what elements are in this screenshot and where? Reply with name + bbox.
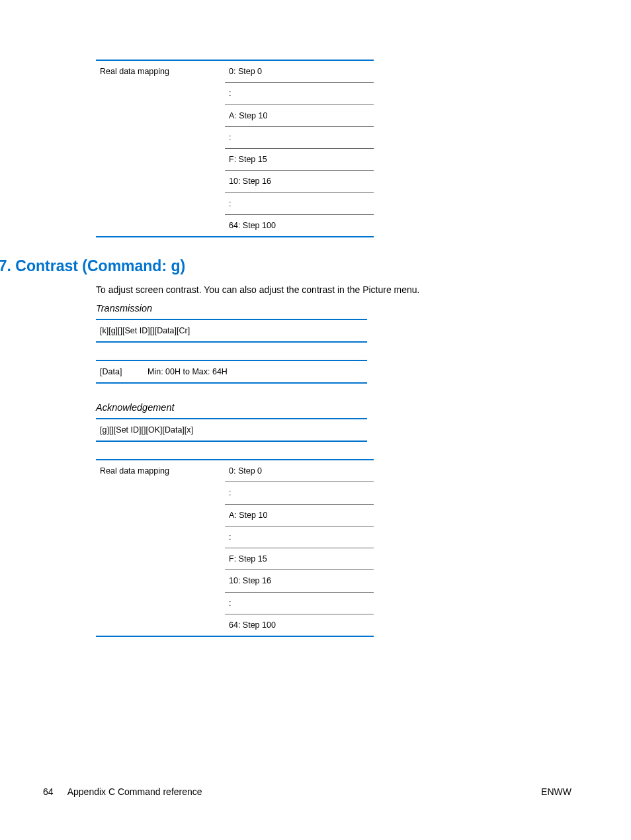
map-val: 0: Step 0	[225, 60, 374, 83]
ack-row: [g][][Set ID][][OK][Data][x]	[96, 419, 367, 441]
map-val: 0: Step 0	[225, 460, 374, 482]
body-text: To adjust screen contrast. You can also …	[96, 284, 571, 295]
transmission-table: [k][g][][Set ID][][Data][Cr]	[96, 319, 367, 343]
section-heading: 07. Contrast (Command: g)	[0, 257, 571, 275]
page-footer: 64 Appendix C Command reference ENWW	[43, 786, 571, 797]
ack-label: Acknowledgement	[96, 402, 571, 413]
transmission-row: [k][g][][Set ID][][Data][Cr]	[96, 319, 367, 342]
map-val: :	[225, 526, 374, 548]
map-val: :	[225, 192, 374, 214]
map-header: Real data mapping	[96, 60, 225, 237]
data-range: Min: 00H to Max: 64H	[144, 360, 367, 383]
data-range-table: [Data] Min: 00H to Max: 64H	[96, 360, 367, 384]
map-val: 64: Step 100	[225, 214, 374, 237]
map-val: 64: Step 100	[225, 614, 374, 636]
map-val: 10: Step 16	[225, 171, 374, 192]
footer-right: ENWW	[541, 786, 571, 797]
map-val: F: Step 15	[225, 149, 374, 171]
data-label: [Data]	[96, 360, 144, 383]
ack-table: [g][][Set ID][][OK][Data][x]	[96, 418, 367, 442]
map-val: 10: Step 16	[225, 570, 374, 592]
map-val: F: Step 15	[225, 548, 374, 570]
map-val: :	[225, 126, 374, 148]
appendix-label: Appendix C Command reference	[67, 786, 202, 797]
map-val: :	[225, 592, 374, 614]
map-val: A: Step 10	[225, 105, 374, 126]
map-val: :	[225, 482, 374, 504]
map-header: Real data mapping	[96, 460, 225, 636]
map-val: A: Step 10	[225, 504, 374, 526]
mapping-table-2: Real data mapping 0: Step 0 : A: Step 10…	[96, 459, 374, 637]
mapping-table-1: Real data mapping 0: Step 0 : A: Step 10…	[96, 60, 374, 237]
page-number: 64	[43, 786, 54, 797]
transmission-label: Transmission	[96, 303, 571, 314]
map-val: :	[225, 83, 374, 105]
